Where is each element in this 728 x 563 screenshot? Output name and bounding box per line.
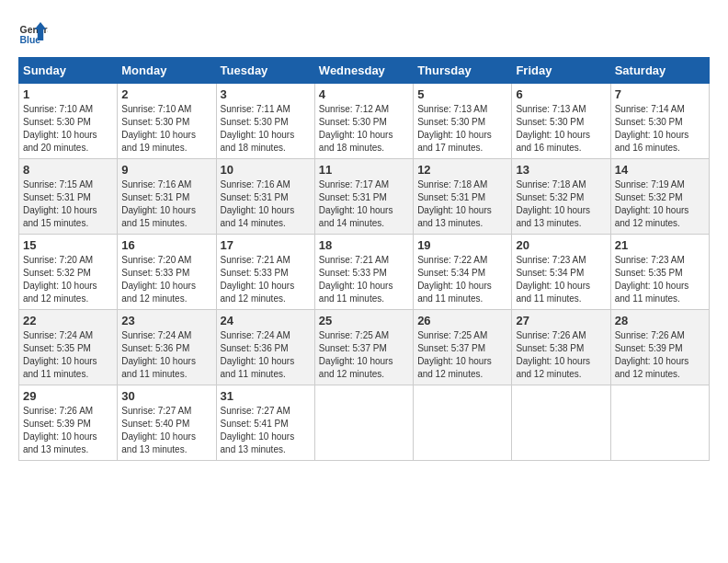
day-number: 25: [319, 314, 409, 327]
day-info: Sunrise: 7:25 AMSunset: 5:37 PMDaylight:…: [417, 329, 507, 381]
day-number: 9: [121, 163, 211, 177]
calendar-table: SundayMondayTuesdayWednesdayThursdayFrid…: [18, 57, 710, 461]
day-info: Sunrise: 7:19 AMSunset: 5:32 PMDaylight:…: [615, 178, 705, 230]
day-cell: 4Sunrise: 7:12 AMSunset: 5:30 PMDaylight…: [314, 84, 413, 159]
day-cell: 5Sunrise: 7:13 AMSunset: 5:30 PMDaylight…: [414, 84, 512, 159]
col-header-tuesday: Tuesday: [216, 58, 314, 84]
day-number: 8: [23, 163, 113, 177]
day-number: 2: [121, 87, 211, 101]
day-number: 14: [615, 163, 705, 177]
col-header-wednesday: Wednesday: [314, 58, 413, 84]
day-info: Sunrise: 7:15 AMSunset: 5:31 PMDaylight:…: [23, 178, 113, 230]
day-number: 5: [417, 87, 507, 101]
day-cell: 1Sunrise: 7:10 AMSunset: 5:30 PMDaylight…: [19, 84, 118, 159]
day-cell: 3Sunrise: 7:11 AMSunset: 5:30 PMDaylight…: [216, 84, 314, 159]
day-info: Sunrise: 7:24 AMSunset: 5:36 PMDaylight:…: [221, 329, 311, 381]
day-info: Sunrise: 7:22 AMSunset: 5:34 PMDaylight:…: [417, 254, 507, 305]
day-cell: [512, 385, 610, 461]
day-cell: 12Sunrise: 7:18 AMSunset: 5:31 PMDayligh…: [414, 159, 512, 235]
week-row-3: 15Sunrise: 7:20 AMSunset: 5:32 PMDayligh…: [19, 235, 710, 310]
day-info: Sunrise: 7:20 AMSunset: 5:32 PMDaylight:…: [23, 254, 113, 305]
day-info: Sunrise: 7:16 AMSunset: 5:31 PMDaylight:…: [221, 178, 311, 230]
day-info: Sunrise: 7:18 AMSunset: 5:31 PMDaylight:…: [417, 178, 507, 230]
day-info: Sunrise: 7:16 AMSunset: 5:31 PMDaylight:…: [121, 178, 211, 230]
day-info: Sunrise: 7:23 AMSunset: 5:35 PMDaylight:…: [615, 254, 705, 305]
day-info: Sunrise: 7:18 AMSunset: 5:32 PMDaylight:…: [516, 178, 606, 230]
day-cell: 13Sunrise: 7:18 AMSunset: 5:32 PMDayligh…: [512, 159, 610, 235]
day-info: Sunrise: 7:11 AMSunset: 5:30 PMDaylight:…: [221, 103, 311, 155]
day-cell: 10Sunrise: 7:16 AMSunset: 5:31 PMDayligh…: [216, 159, 314, 235]
day-cell: 18Sunrise: 7:21 AMSunset: 5:33 PMDayligh…: [314, 235, 413, 310]
day-cell: 21Sunrise: 7:23 AMSunset: 5:35 PMDayligh…: [610, 235, 709, 310]
day-info: Sunrise: 7:20 AMSunset: 5:33 PMDaylight:…: [121, 254, 211, 305]
day-number: 4: [319, 87, 409, 101]
day-cell: 16Sunrise: 7:20 AMSunset: 5:33 PMDayligh…: [118, 235, 216, 310]
day-number: 7: [615, 87, 705, 101]
day-cell: 19Sunrise: 7:22 AMSunset: 5:34 PMDayligh…: [414, 235, 512, 310]
day-number: 31: [221, 389, 311, 403]
day-info: Sunrise: 7:26 AMSunset: 5:39 PMDaylight:…: [23, 405, 113, 456]
day-cell: 11Sunrise: 7:17 AMSunset: 5:31 PMDayligh…: [314, 159, 413, 235]
day-cell: 23Sunrise: 7:24 AMSunset: 5:36 PMDayligh…: [118, 310, 216, 385]
day-cell: 30Sunrise: 7:27 AMSunset: 5:40 PMDayligh…: [118, 385, 216, 461]
day-number: 22: [23, 314, 113, 327]
day-cell: 14Sunrise: 7:19 AMSunset: 5:32 PMDayligh…: [610, 159, 709, 235]
day-number: 3: [221, 87, 311, 101]
col-header-monday: Monday: [118, 58, 216, 84]
day-cell: 25Sunrise: 7:25 AMSunset: 5:37 PMDayligh…: [314, 310, 413, 385]
day-info: Sunrise: 7:25 AMSunset: 5:37 PMDaylight:…: [319, 329, 409, 381]
day-number: 28: [615, 314, 705, 327]
day-info: Sunrise: 7:23 AMSunset: 5:34 PMDaylight:…: [516, 254, 606, 305]
day-number: 12: [417, 163, 507, 177]
week-row-1: 1Sunrise: 7:10 AMSunset: 5:30 PMDaylight…: [19, 84, 710, 159]
day-number: 16: [121, 238, 211, 252]
day-number: 15: [23, 238, 113, 252]
logo: General Blue: [18, 18, 48, 48]
day-info: Sunrise: 7:24 AMSunset: 5:35 PMDaylight:…: [23, 329, 113, 381]
logo-icon: General Blue: [18, 18, 48, 48]
day-cell: 31Sunrise: 7:27 AMSunset: 5:41 PMDayligh…: [216, 385, 314, 461]
day-info: Sunrise: 7:26 AMSunset: 5:38 PMDaylight:…: [516, 329, 606, 381]
day-cell: 8Sunrise: 7:15 AMSunset: 5:31 PMDaylight…: [19, 159, 118, 235]
day-number: 29: [23, 389, 113, 403]
header-row: SundayMondayTuesdayWednesdayThursdayFrid…: [19, 58, 710, 84]
day-number: 18: [319, 238, 409, 252]
day-cell: 7Sunrise: 7:14 AMSunset: 5:30 PMDaylight…: [610, 84, 709, 159]
day-info: Sunrise: 7:13 AMSunset: 5:30 PMDaylight:…: [417, 103, 507, 155]
day-number: 1: [23, 87, 113, 101]
day-number: 6: [516, 87, 606, 101]
col-header-thursday: Thursday: [414, 58, 512, 84]
day-cell: 9Sunrise: 7:16 AMSunset: 5:31 PMDaylight…: [118, 159, 216, 235]
day-cell: 22Sunrise: 7:24 AMSunset: 5:35 PMDayligh…: [19, 310, 118, 385]
day-info: Sunrise: 7:14 AMSunset: 5:30 PMDaylight:…: [615, 103, 705, 155]
col-header-friday: Friday: [512, 58, 610, 84]
day-info: Sunrise: 7:17 AMSunset: 5:31 PMDaylight:…: [319, 178, 409, 230]
day-cell: 15Sunrise: 7:20 AMSunset: 5:32 PMDayligh…: [19, 235, 118, 310]
day-cell: 27Sunrise: 7:26 AMSunset: 5:38 PMDayligh…: [512, 310, 610, 385]
day-info: Sunrise: 7:24 AMSunset: 5:36 PMDaylight:…: [121, 329, 211, 381]
col-header-saturday: Saturday: [610, 58, 709, 84]
week-row-5: 29Sunrise: 7:26 AMSunset: 5:39 PMDayligh…: [19, 385, 710, 461]
day-cell: [314, 385, 413, 461]
day-number: 11: [319, 163, 409, 177]
day-number: 17: [221, 238, 311, 252]
day-info: Sunrise: 7:27 AMSunset: 5:40 PMDaylight:…: [121, 405, 211, 456]
week-row-2: 8Sunrise: 7:15 AMSunset: 5:31 PMDaylight…: [19, 159, 710, 235]
day-info: Sunrise: 7:13 AMSunset: 5:30 PMDaylight:…: [516, 103, 606, 155]
day-number: 27: [516, 314, 606, 327]
day-number: 10: [221, 163, 311, 177]
day-info: Sunrise: 7:26 AMSunset: 5:39 PMDaylight:…: [615, 329, 705, 381]
header: General Blue: [18, 18, 710, 48]
day-cell: [610, 385, 709, 461]
week-row-4: 22Sunrise: 7:24 AMSunset: 5:35 PMDayligh…: [19, 310, 710, 385]
day-info: Sunrise: 7:21 AMSunset: 5:33 PMDaylight:…: [319, 254, 409, 305]
day-cell: 24Sunrise: 7:24 AMSunset: 5:36 PMDayligh…: [216, 310, 314, 385]
day-number: 21: [615, 238, 705, 252]
day-cell: 26Sunrise: 7:25 AMSunset: 5:37 PMDayligh…: [414, 310, 512, 385]
col-header-sunday: Sunday: [19, 58, 118, 84]
day-info: Sunrise: 7:10 AMSunset: 5:30 PMDaylight:…: [23, 103, 113, 155]
day-cell: 6Sunrise: 7:13 AMSunset: 5:30 PMDaylight…: [512, 84, 610, 159]
day-number: 13: [516, 163, 606, 177]
day-info: Sunrise: 7:21 AMSunset: 5:33 PMDaylight:…: [221, 254, 311, 305]
day-info: Sunrise: 7:10 AMSunset: 5:30 PMDaylight:…: [121, 103, 211, 155]
